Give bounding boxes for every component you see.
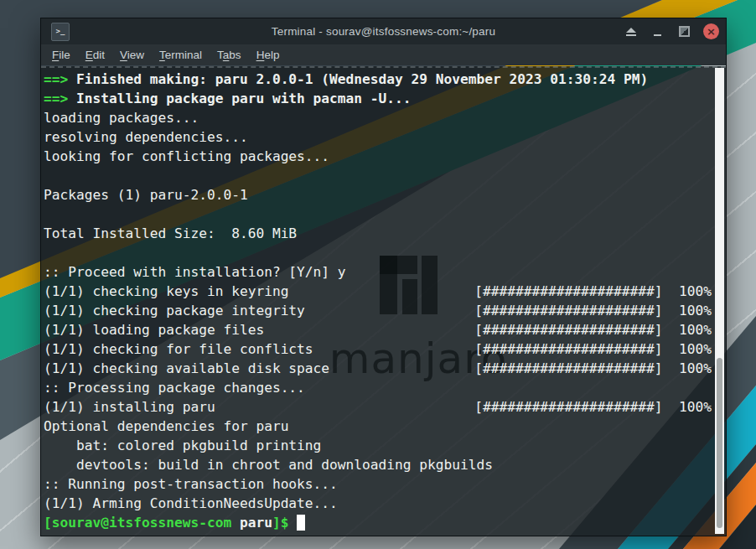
shade-icon-bar (626, 34, 636, 36)
terminal-line-text: (1/1) loading package files (44, 320, 264, 339)
terminal-line-text: (1/1) checking for file conflicts (44, 339, 313, 359)
progress-bar-text: [#####################] 100% (474, 282, 712, 301)
terminal-line: (1/1) checking package integrity[#######… (44, 301, 712, 320)
menu-bar: FileEditViewTerminalTabsHelp (41, 44, 726, 65)
terminal-line: (1/1) loading package files[############… (44, 320, 712, 339)
terminal-line: bat: colored pkgbuild printing (44, 436, 712, 455)
terminal-line (44, 205, 712, 224)
menu-item-help[interactable]: Help (249, 46, 287, 64)
terminal-line: (1/1) checking available disk space[####… (44, 359, 712, 378)
terminal-line-text: (1/1) installing paru (44, 397, 215, 417)
terminal-viewport[interactable]: manjaro ==> Finished making: paru 2.0.0-… (41, 66, 726, 536)
terminal-text-segment: (1/1) installing paru (44, 399, 215, 415)
progress-bar-text: [#####################] 100% (474, 359, 712, 378)
terminal-text-segment: (1/1) checking keys in keyring (44, 283, 288, 299)
terminal-line: ==> Finished making: paru 2.0.0-1 (Wedne… (44, 70, 712, 89)
terminal-text-segment: (1/1) checking available disk space (44, 360, 329, 376)
terminal-line (44, 243, 712, 262)
terminal-text-segment: ]$ (272, 515, 297, 531)
desktop: >_ Terminal - sourav@itsfossnews-com:~/p… (0, 0, 756, 549)
terminal-text-segment: [sourav@itsfossnews-com (44, 515, 240, 531)
terminal-text-segment: ==> (44, 71, 76, 87)
terminal-line-text (44, 243, 52, 262)
terminal-line-text: bat: colored pkgbuild printing (44, 436, 321, 455)
menu-item-edit[interactable]: Edit (78, 46, 112, 64)
minimize-icon (654, 34, 661, 36)
terminal-line-text: :: Processing package changes... (44, 378, 305, 397)
terminal-text-segment: looking for conflicting packages... (44, 148, 329, 164)
terminal-line-text: (1/1) checking available disk space (44, 359, 329, 378)
terminal-text-segment: :: Proceed with installation? [Y/n] y (44, 264, 346, 280)
progress-bar-text: [#####################] 100% (474, 339, 712, 359)
terminal-text-segment: resolving dependencies... (44, 129, 248, 145)
terminal-line: loading packages... (44, 108, 712, 127)
shade-button[interactable] (623, 23, 639, 39)
menu-item-view[interactable]: View (112, 46, 152, 64)
terminal-text-segment: :: Running post-transaction hooks... (44, 476, 338, 492)
terminal-line-text: Packages (1) paru-2.0.0-1 (44, 185, 248, 205)
terminal-text-segment: devtools: build in chroot and downloadin… (44, 457, 493, 473)
shade-icon (626, 28, 636, 33)
menu-item-tabs[interactable]: Tabs (210, 46, 249, 64)
terminal-line: Optional dependencies for paru (44, 417, 712, 436)
terminal-line-text: Optional dependencies for paru (44, 417, 288, 436)
terminal-line: :: Processing package changes... (44, 378, 712, 397)
terminal-line-text: (1/1) Arming ConditionNeedsUpdate... (44, 494, 338, 513)
menu-item-file[interactable]: File (44, 46, 78, 64)
terminal-line: (1/1) Arming ConditionNeedsUpdate... (44, 494, 712, 513)
terminal-line-text: Total Installed Size: 8.60 MiB (44, 224, 297, 243)
terminal-line-text: :: Proceed with installation? [Y/n] y (44, 262, 346, 282)
terminal-line (44, 166, 712, 185)
progress-bar-text: [#####################] 100% (474, 397, 712, 417)
terminal-line-text: [sourav@itsfossnews-com paru]$ (44, 513, 305, 532)
terminal-line-text: loading packages... (44, 108, 199, 127)
terminal-text-segment: ==> (44, 91, 76, 106)
terminal-line-text: ==> Finished making: paru 2.0.0-1 (Wedne… (44, 70, 648, 89)
terminal-line: (1/1) installing paru[##################… (44, 397, 712, 417)
terminal-text-segment: (1/1) loading package files (44, 322, 264, 338)
terminal-line-text: resolving dependencies... (44, 127, 248, 147)
terminal-line-text (44, 166, 52, 185)
terminal-line-text: devtools: build in chroot and downloadin… (44, 455, 493, 474)
terminal-text-segment: paru (240, 515, 272, 531)
terminal-line-text: looking for conflicting packages... (44, 147, 329, 166)
terminal-text-segment: Optional dependencies for paru (44, 418, 288, 434)
terminal-text-segment: Installing package paru with pacman -U..… (76, 91, 412, 106)
minimize-button[interactable] (650, 23, 665, 39)
maximize-button[interactable] (676, 23, 692, 39)
terminal-text-segment: loading packages... (44, 110, 199, 126)
terminal-line: Total Installed Size: 8.60 MiB (44, 224, 712, 243)
terminal-text-segment: Finished making: paru 2.0.0-1 (Wednesday… (76, 71, 648, 87)
terminal-window: >_ Terminal - sourav@itsfossnews-com:~/p… (40, 18, 727, 536)
terminal-line: looking for conflicting packages... (44, 147, 712, 166)
terminal-cursor (297, 515, 305, 531)
scrollbar-thumb[interactable] (717, 358, 722, 528)
terminal-line-text: ==> Installing package paru with pacman … (44, 89, 412, 108)
terminal-screen-lines[interactable]: ==> Finished making: paru 2.0.0-1 (Wedne… (44, 70, 712, 536)
terminal-line-text: :: Running post-transaction hooks... (44, 474, 338, 494)
terminal-text-segment: (1/1) Arming ConditionNeedsUpdate... (44, 495, 338, 511)
terminal-text-segment: :: Processing package changes... (44, 380, 305, 396)
terminal-line: :: Proceed with installation? [Y/n] y (44, 262, 712, 282)
terminal-line: ==> Installing package paru with pacman … (44, 89, 712, 108)
terminal-line: devtools: build in chroot and downloadin… (44, 455, 712, 474)
terminal-line-text: (1/1) checking package integrity (44, 301, 305, 320)
window-controls: × (623, 18, 719, 44)
terminal-text-segment: bat: colored pkgbuild printing (44, 438, 321, 453)
terminal-line: (1/1) checking keys in keyring[#########… (44, 282, 712, 301)
progress-bar-text: [#####################] 100% (474, 320, 712, 339)
terminal-app-icon: >_ (51, 23, 70, 41)
terminal-line: Packages (1) paru-2.0.0-1 (44, 185, 712, 205)
terminal-line-text (44, 205, 52, 224)
terminal-text-segment: (1/1) checking package integrity (44, 303, 305, 319)
terminal-line: (1/1) checking for file conflicts[######… (44, 339, 712, 359)
menu-item-terminal[interactable]: Terminal (152, 46, 210, 64)
close-button[interactable]: × (703, 23, 719, 39)
terminal-line: resolving dependencies... (44, 127, 712, 147)
terminal-text-segment: Total Installed Size: 8.60 MiB (44, 225, 297, 241)
scrollbar-track[interactable] (715, 68, 724, 534)
terminal-text-segment: (1/1) checking for file conflicts (44, 341, 313, 357)
terminal-line-text: (1/1) checking keys in keyring (44, 282, 288, 301)
terminal-line: [sourav@itsfossnews-com paru]$ (44, 513, 712, 532)
titlebar[interactable]: >_ Terminal - sourav@itsfossnews-com:~/p… (41, 18, 726, 45)
